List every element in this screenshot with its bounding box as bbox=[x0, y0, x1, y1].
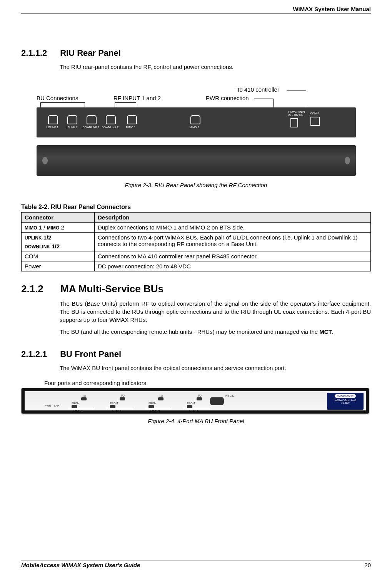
header-title: WiMAX System User Manual bbox=[293, 6, 371, 12]
port-label: MIMO 1 bbox=[126, 126, 136, 129]
riu-rear-photo bbox=[37, 145, 356, 176]
callout-bu-connections: BU Connections bbox=[37, 95, 78, 101]
port-label: UPLINK 2 bbox=[66, 126, 78, 129]
running-header: WiMAX System User Manual bbox=[21, 6, 371, 13]
riu-intro-text: The RIU rear-panel contains the RF, cont… bbox=[60, 63, 371, 71]
callout-four-ports: Four ports and corresponding indicators bbox=[44, 380, 371, 386]
figure-caption-bu: Figure 2-4. 4-Port MA BU Front Panel bbox=[21, 418, 371, 424]
led-lnk-label: LNK bbox=[54, 404, 60, 407]
table-row: MIMO 1 / MIMO 2 Duplex connections to MI… bbox=[22, 223, 371, 233]
port-label: DOWNLINK 2 bbox=[102, 126, 119, 129]
section-number: 2.1.1.2 bbox=[21, 48, 58, 58]
port-label: DOWNLINK 1 bbox=[83, 126, 100, 129]
port-label: UPLINK 1 bbox=[47, 126, 58, 129]
figure-callouts: BU Connections RF INPUT 1 and 2 PWR conn… bbox=[21, 86, 371, 107]
rs232-label: RS-232 bbox=[225, 394, 235, 397]
page-footer: MobileAccess WiMAX System User's Guide 2… bbox=[21, 561, 371, 568]
table-row: UPLINK 1/2 DOWNLINK 1/2 Connections to t… bbox=[22, 233, 371, 251]
section-title: MA Multi-Service BUs bbox=[60, 283, 163, 295]
section-heading-ma-bus: 2.1.2 MA Multi-Service BUs bbox=[21, 283, 371, 295]
section-title: RIU Rear Panel bbox=[60, 48, 121, 58]
section-title: BU Front Panel bbox=[60, 349, 121, 359]
bu-front-intro: The WiMAX BU front panel contains the op… bbox=[60, 364, 371, 372]
rs232-port-icon bbox=[210, 397, 224, 405]
riu-rear-schematic: UPLINK 1 UPLINK 2 DOWNLINK 1 DOWNLINK 2 … bbox=[37, 107, 356, 137]
riu-connectors-table: Connector Description MIMO 1 / MIMO 2 Du… bbox=[21, 212, 371, 271]
table-row: Power DC power connection: 20 to 48 VDC bbox=[22, 261, 371, 271]
section-heading-riu-rear: 2.1.1.2 RIU Rear Panel bbox=[21, 48, 371, 58]
callout-rf-input: RF INPUT 1 and 2 bbox=[113, 95, 161, 101]
comm-label: COMM bbox=[310, 112, 319, 115]
link-label: LINK 4 bbox=[189, 409, 198, 413]
figure-caption-riu: Figure 2-3. RIU Rear Panel showing the R… bbox=[21, 182, 371, 188]
bu-paragraph-2: The BU (and all the corresponding remote… bbox=[60, 328, 371, 336]
link-label: LINK 1 bbox=[73, 409, 83, 413]
table-header-description: Description bbox=[95, 213, 371, 223]
table-row: COM Connections to MA 410 controller rea… bbox=[22, 251, 371, 261]
footer-page-number: 20 bbox=[364, 562, 371, 568]
port-label: MIMO 2 bbox=[190, 126, 199, 129]
bu-front-panel-figure: PWR LNK TO FROM LINK 1 TO FROM LINK 2 TO… bbox=[21, 388, 369, 414]
callout-410-controller: To 410 controller bbox=[237, 86, 279, 93]
callout-pwr-connection: PWR connection bbox=[206, 95, 249, 101]
table-title: Table 2-2. RIU Rear Panel Connectors bbox=[21, 204, 371, 211]
link-label: LINK 3 bbox=[150, 409, 160, 413]
table-header-connector: Connector bbox=[22, 213, 95, 223]
bu-paragraph-1: The BUs (Base Units) perform RF to optic… bbox=[60, 300, 371, 324]
link-label: LINK 2 bbox=[112, 409, 121, 413]
section-heading-bu-front: 2.1.2.1 BU Front Panel bbox=[21, 349, 371, 359]
footer-title: MobileAccess WiMAX System User's Guide bbox=[21, 562, 140, 568]
power-label: POWER INPT bbox=[289, 111, 305, 113]
brand-logo: mobileaccess bbox=[335, 394, 355, 398]
section-number: 2.1.2.1 bbox=[21, 349, 58, 359]
voltage-label: 20 - 48V DC bbox=[289, 114, 304, 116]
bu-logo-badge: mobileaccess WiMAX Base Unit 4 Links bbox=[327, 393, 364, 410]
led-pwr-label: PWR bbox=[45, 404, 51, 407]
section-number: 2.1.2 bbox=[21, 283, 58, 295]
